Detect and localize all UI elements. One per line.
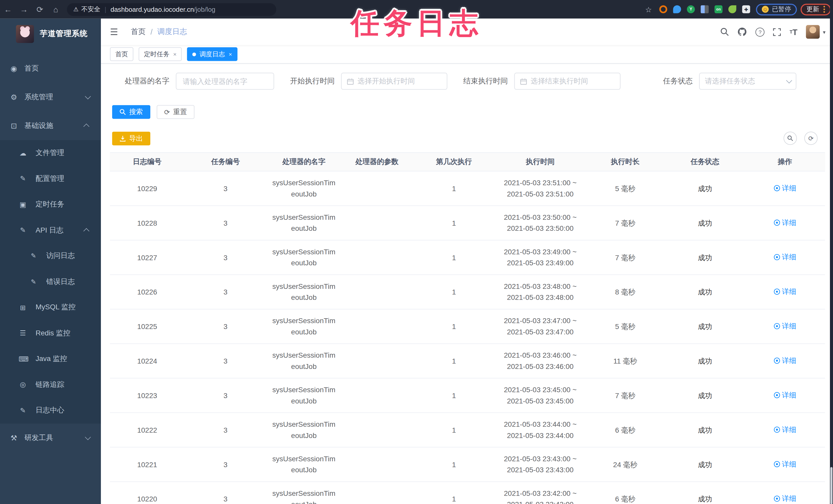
recorder-paused-pill[interactable]: ☺ 已暂停 — [756, 3, 797, 15]
cell-handler: sysUserSessionTimeoutJob — [267, 171, 341, 206]
sidebar-item-配置管理[interactable]: ✎配置管理 — [0, 166, 101, 192]
sidebar-item-错误日志[interactable]: ✎错误日志 — [0, 269, 101, 295]
cell-actions: 详细 — [745, 413, 825, 447]
sidebar-item-java-监控[interactable]: ⌨Java 监控 — [0, 346, 101, 372]
cell-task-id: 3 — [184, 482, 267, 504]
cell-handler: sysUserSessionTimeoutJob — [267, 413, 341, 447]
extensions-puzzle-icon[interactable]: ✚ — [742, 5, 750, 13]
detail-link[interactable]: 详细 — [774, 182, 796, 194]
cell-status: 成功 — [665, 309, 745, 344]
sidebar-item-label: 定时任务 — [35, 200, 64, 209]
eye-icon — [774, 288, 781, 295]
bookmark-star-icon[interactable]: ☆ — [645, 5, 652, 14]
mysql-monitor-icon: ⊞ — [19, 303, 27, 311]
sidebar-item-定时任务[interactable]: ▣定时任务 — [0, 192, 101, 218]
handler-name-input[interactable] — [176, 73, 274, 90]
sidebar-item-mysql-监控[interactable]: ⊞MySQL 监控 — [0, 295, 101, 320]
column-header: 处理器的参数 — [341, 152, 413, 171]
security-label[interactable]: 不安全 — [81, 5, 100, 14]
detail-link[interactable]: 详细 — [774, 320, 796, 332]
breadcrumb-home[interactable]: 首页 — [131, 27, 146, 36]
cell-duration: 5 毫秒 — [586, 171, 665, 206]
sidebar-item-redis-监控[interactable]: ☰Redis 监控 — [0, 320, 101, 346]
cell-handler: sysUserSessionTimeoutJob — [267, 275, 341, 309]
detail-link[interactable]: 详细 — [774, 424, 796, 435]
home-icon[interactable]: ⌂ — [48, 5, 64, 14]
task-status-select[interactable]: 请选择任务状态 — [699, 73, 796, 90]
chevron-up-icon — [84, 124, 89, 129]
extension-green-y-icon[interactable]: Y — [687, 5, 695, 13]
sidebar-item-label: 首页 — [24, 64, 39, 73]
detail-link[interactable]: 详细 — [774, 458, 796, 470]
screen: ← → ⟳ ⌂ ⚠ 不安全 | dashboard.yudao.iocoder.… — [0, 0, 833, 504]
extension-blue-icon[interactable] — [673, 5, 681, 13]
cell-duration: 7 毫秒 — [586, 206, 665, 240]
end-time-picker[interactable]: 选择结束执行时间 — [514, 73, 620, 90]
tag-首页[interactable]: 首页 — [110, 47, 133, 61]
toggle-search-button[interactable] — [784, 132, 797, 145]
sidebar-item-label: Java 监控 — [35, 354, 67, 363]
hamburger-icon[interactable]: ☰ — [110, 26, 118, 37]
user-avatar[interactable] — [806, 25, 820, 39]
sidebar-item-文件管理[interactable]: ☁文件管理 — [0, 140, 101, 166]
redis-monitor-icon: ☰ — [19, 329, 27, 337]
detail-link[interactable]: 详细 — [774, 389, 796, 401]
sidebar-item-研发工具[interactable]: ⚒研发工具 — [0, 423, 101, 452]
eye-icon — [774, 392, 781, 398]
address-bar[interactable]: ⚠ 不安全 | dashboard.yudao.iocoder.cn/job/l… — [67, 3, 276, 16]
url-path[interactable]: /job/log — [194, 6, 215, 13]
detail-link[interactable]: 详细 — [774, 217, 796, 228]
reset-button[interactable]: ⟳ 重置 — [157, 105, 194, 119]
sidebar-item-日志中心[interactable]: ✎日志中心 — [0, 398, 101, 423]
sidebar-item-访问日志[interactable]: ✎访问日志 — [0, 243, 101, 269]
close-icon[interactable]: × — [173, 51, 176, 57]
url-host[interactable]: dashboard.yudao.iocoder.cn — [111, 6, 194, 13]
font-size-icon[interactable]: TT — [789, 27, 797, 36]
close-icon[interactable]: × — [229, 51, 232, 57]
fullscreen-icon[interactable] — [773, 28, 781, 36]
app-logo-row[interactable]: 芋道管理系统 — [0, 19, 101, 49]
github-icon[interactable] — [737, 27, 747, 36]
search-button[interactable]: 搜索 — [112, 105, 150, 119]
sidebar-item-链路追踪[interactable]: ◎链路追踪 — [0, 372, 101, 398]
chrome-update-pill[interactable]: 更新 — [801, 3, 831, 15]
export-button[interactable]: 导出 — [112, 132, 150, 146]
eye-icon — [774, 460, 781, 468]
sidebar-item-api-日志[interactable]: ✎API 日志 — [0, 218, 101, 243]
extension-on-badge[interactable]: on — [714, 5, 722, 13]
detail-link[interactable]: 详细 — [774, 251, 796, 262]
search-icon[interactable] — [720, 28, 729, 36]
cell-param — [341, 482, 413, 504]
cell-handler: sysUserSessionTimeoutJob — [267, 447, 341, 482]
tag-定时任务[interactable]: 定时任务× — [139, 47, 182, 61]
start-time-picker[interactable]: 选择开始执行时间 — [341, 73, 447, 90]
tag-调度日志[interactable]: 调度日志× — [187, 47, 237, 61]
cell-status: 成功 — [665, 240, 745, 275]
back-icon[interactable]: ← — [0, 5, 16, 14]
sidebar-item-label: 日志中心 — [35, 406, 64, 415]
extension-leaf-icon[interactable] — [728, 5, 736, 13]
extension-grid-icon[interactable] — [700, 5, 709, 13]
sidebar-item-系统管理[interactable]: ⚙系统管理 — [0, 83, 101, 111]
detail-link[interactable]: 详细 — [774, 355, 796, 366]
help-icon[interactable]: ? — [756, 27, 765, 36]
column-header: 操作 — [745, 152, 825, 171]
reload-icon[interactable]: ⟳ — [32, 5, 48, 14]
tag-label: 首页 — [115, 50, 128, 58]
extension-orange-icon[interactable] — [659, 5, 667, 13]
cell-round: 1 — [413, 378, 495, 413]
sidebar-item-基础设施[interactable]: ⊡基础设施 — [0, 111, 101, 140]
detail-link[interactable]: 详细 — [774, 493, 796, 504]
window-scrollbar[interactable] — [830, 0, 833, 504]
cell-duration: 7 毫秒 — [586, 240, 665, 275]
detail-link[interactable]: 详细 — [774, 286, 796, 297]
sidebar-item-首页[interactable]: ◉首页 — [0, 54, 101, 83]
cell-log-id: 10225 — [110, 309, 184, 344]
sidebar-item-label: 基础设施 — [24, 121, 53, 130]
avatar-caret-icon[interactable]: ▾ — [823, 29, 825, 35]
active-tag-dot — [193, 52, 196, 56]
forward-icon[interactable]: → — [16, 5, 32, 14]
cell-task-id: 3 — [184, 413, 267, 447]
browser-menu-icon[interactable] — [824, 6, 825, 13]
refresh-table-button[interactable]: ⟳ — [804, 132, 818, 145]
